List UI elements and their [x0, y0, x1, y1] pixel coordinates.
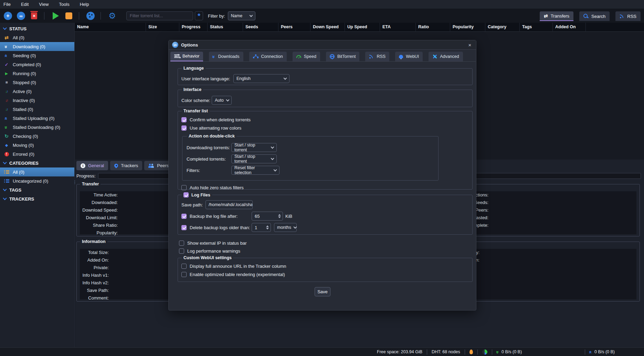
full-announce-checkbox[interactable] — [181, 264, 187, 269]
column-up-speed[interactable]: Up Speed — [345, 23, 380, 32]
confirm-delete-checkbox[interactable] — [181, 117, 187, 122]
sidebar-item-stalled-uploading[interactable]: «Stalled Uploading (0) — [0, 114, 74, 123]
sidebar-item-running[interactable]: ▶Running (0) — [0, 69, 74, 78]
tab-general[interactable]: iGeneral — [76, 161, 108, 170]
completed-torrents-select[interactable]: Start / stop torrent — [231, 154, 277, 163]
sidebar-item-errored[interactable]: !Errored (0) — [0, 150, 74, 159]
sidebar-item-stalled-downloading[interactable]: »Stalled Downloading (0) — [0, 123, 74, 132]
tab-search[interactable]: Search — [579, 11, 610, 21]
filter-torrent-input[interactable] — [126, 11, 193, 20]
categories-section-header[interactable]: CATEGORIES — [0, 159, 74, 167]
delete-backup-unit-select[interactable]: months — [274, 223, 297, 232]
sidebar-item-stopped[interactable]: ■Stopped (0) — [0, 78, 74, 87]
trash-icon: ✕ — [31, 12, 37, 19]
sidebar-item-active[interactable]: ↓↑Active (0) — [0, 87, 74, 96]
column-tags[interactable]: Tags — [520, 23, 553, 32]
theme-button[interactable] — [85, 11, 96, 21]
delete-backup-checkbox[interactable] — [181, 225, 187, 230]
dialog-title-bar[interactable]: qb Options — [169, 40, 476, 50]
tab-rss[interactable]: RSS — [615, 11, 641, 21]
filters-select[interactable]: Reset filter selection — [231, 166, 279, 175]
add-torrent-file-button[interactable]: + — [3, 11, 13, 21]
sidebar-item-downloading[interactable]: »Downloading (0) — [0, 42, 74, 51]
column-added-on[interactable]: Added On — [553, 23, 586, 32]
menu-edit[interactable]: Edit — [21, 2, 29, 7]
column-status[interactable]: Status — [208, 23, 243, 32]
column-seeds[interactable]: Seeds — [243, 23, 278, 32]
tags-section-header[interactable]: TAGS — [0, 185, 74, 194]
column-eta[interactable]: ETA — [380, 23, 416, 32]
downloading-torrents-select[interactable]: Start / stop torrent — [231, 143, 277, 152]
save-button[interactable]: Save — [315, 287, 330, 296]
menu-view[interactable]: View — [39, 2, 49, 7]
tab-transfers[interactable]: ⇄ Transfers — [540, 11, 573, 21]
close-icon[interactable]: × — [466, 41, 473, 48]
preferences-button[interactable]: ⚙ — [107, 11, 117, 21]
menu-file[interactable]: File — [3, 2, 11, 7]
menu-tools[interactable]: Tools — [59, 2, 69, 7]
tab-behavior[interactable]: Behavior — [170, 52, 203, 61]
sidebar-item-all[interactable]: ⇄All (0) — [0, 33, 74, 42]
color-scheme-select[interactable]: Auto — [212, 96, 232, 105]
spinner-icon[interactable] — [278, 214, 281, 218]
delete-torrent-button[interactable]: ✕ — [29, 11, 39, 21]
play-icon — [53, 12, 59, 20]
sidebar-item-completed[interactable]: ✓Completed (0) — [0, 60, 74, 69]
link-icon: ∞ — [17, 12, 25, 20]
language-select[interactable]: English — [233, 74, 289, 83]
tab-downloads[interactable]: »Downloads — [209, 52, 243, 61]
column-popularity[interactable]: Popularity — [450, 23, 485, 32]
column-name[interactable]: Name — [75, 23, 146, 32]
column-peers[interactable]: Peers — [278, 23, 310, 32]
tab-rss-options[interactable]: RSS — [365, 52, 389, 61]
column-ratio[interactable]: Ratio — [416, 23, 450, 32]
tab-bittorrent[interactable]: BitTorrent — [326, 52, 360, 61]
save-path-input[interactable]: /home/mahdi/.local/share/qBit — [205, 200, 253, 209]
start-torrent-button[interactable] — [51, 11, 61, 21]
view-switcher: ⇄ Transfers Search RSS — [540, 11, 641, 21]
upload-speed-status[interactable]: « 0 B/s (0 B) — [590, 349, 615, 355]
flame-icon[interactable] — [469, 349, 473, 354]
column-category[interactable]: Category — [485, 23, 520, 32]
delete-backup-count-input[interactable]: 1 — [252, 223, 271, 232]
add-torrent-link-button[interactable]: ∞ — [16, 11, 26, 21]
sidebar-item-category-all[interactable]: All (0) — [0, 167, 74, 176]
tab-advanced[interactable]: Advanced — [429, 52, 463, 61]
column-progress[interactable]: Progress — [179, 23, 208, 32]
download-speed-status[interactable]: » 0 B/s (0 B) — [497, 349, 522, 355]
column-size[interactable]: Size — [146, 23, 179, 32]
backup-log-checkbox[interactable] — [181, 214, 187, 219]
filter-pattern-button[interactable]: * — [195, 11, 203, 20]
asterisk-icon: * — [198, 12, 200, 20]
sidebar-item-uncategorized[interactable]: Uncategorized (0) — [0, 176, 74, 185]
spinner-icon[interactable] — [266, 225, 269, 230]
sidebar-item-moving[interactable]: ◆Moving (0) — [0, 141, 74, 150]
tab-trackers[interactable]: Trackers — [110, 161, 142, 170]
auto-hide-filters-checkbox[interactable] — [181, 185, 187, 190]
download-limit-label: Download Limit: — [80, 214, 118, 222]
tab-speed[interactable]: Speed — [293, 52, 320, 61]
optimized-table-checkbox[interactable] — [181, 272, 187, 277]
sidebar-item-checking[interactable]: ↻Checking (0) — [0, 132, 74, 141]
backup-unit-label: KiB — [285, 214, 292, 219]
log-files-checkbox[interactable] — [183, 192, 189, 197]
dht-nodes[interactable]: DHT: 68 nodes — [432, 349, 460, 354]
double-chevron-down-icon: » — [213, 54, 215, 59]
menu-help[interactable]: Help — [80, 2, 89, 7]
tab-webui[interactable]: WebUI — [395, 52, 423, 61]
column-down-speed[interactable]: Down Speed — [310, 23, 345, 32]
sidebar-item-stalled[interactable]: ↓↑Stalled (0) — [0, 105, 74, 114]
sidebar-item-seeding[interactable]: «Seeding (0) — [0, 51, 74, 60]
alternating-rows-checkbox[interactable] — [181, 125, 187, 131]
sidebar-item-inactive[interactable]: ↓↑Inactive (0) — [0, 96, 74, 105]
perf-warnings-checkbox[interactable] — [179, 248, 184, 254]
status-section-header[interactable]: STATUS — [0, 24, 74, 33]
comment-label: Comment: — [80, 294, 109, 302]
filter-by-select[interactable]: Name — [228, 11, 255, 20]
backup-size-input[interactable]: 65 — [252, 212, 283, 221]
trackers-section-header[interactable]: TRACKERS — [0, 194, 74, 203]
tab-connection[interactable]: Connection — [249, 52, 287, 61]
connection-status-icon[interactable] — [482, 349, 487, 355]
external-ip-checkbox[interactable] — [179, 241, 184, 246]
stop-torrent-button[interactable] — [64, 11, 74, 21]
